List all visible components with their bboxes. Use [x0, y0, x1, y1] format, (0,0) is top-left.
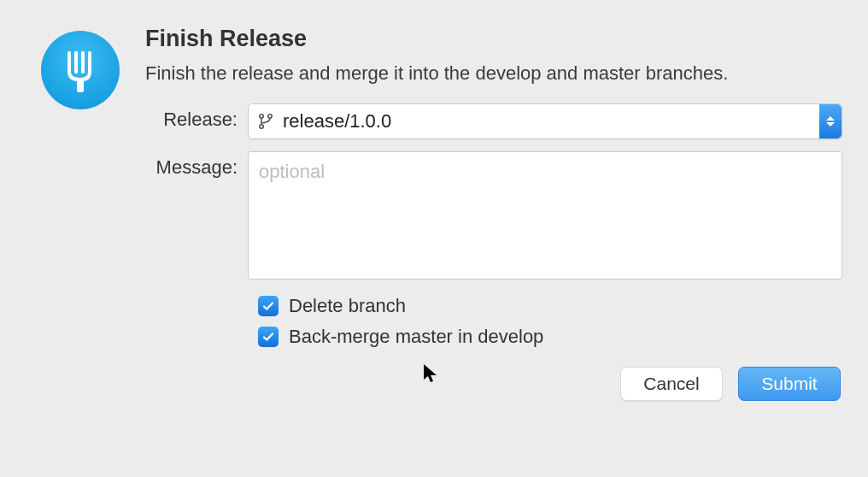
svg-point-4 — [260, 115, 263, 118]
branch-icon — [257, 113, 274, 130]
button-row: Cancel Submit — [145, 367, 842, 401]
message-row: Message: — [145, 151, 842, 283]
svg-rect-1 — [74, 51, 78, 74]
dialog-subtitle: Finish the release and merge it into the… — [145, 62, 842, 85]
content-column: Finish Release Finish the release and me… — [145, 26, 842, 401]
checkbox-checked-icon — [258, 296, 279, 316]
message-label: Message: — [145, 151, 248, 179]
release-row: Release: re — [145, 103, 842, 139]
release-select[interactable]: release/1.0.0 — [248, 103, 842, 139]
dialog-title: Finish Release — [145, 26, 842, 52]
svg-point-6 — [260, 125, 263, 128]
delete-branch-label: Delete branch — [289, 295, 406, 317]
message-textarea[interactable] — [248, 151, 842, 280]
svg-rect-3 — [88, 51, 91, 74]
finish-release-dialog: Finish Release Finish the release and me… — [0, 0, 868, 418]
svg-point-5 — [268, 115, 272, 118]
release-value: release/1.0.0 — [283, 110, 819, 132]
checkbox-checked-icon — [258, 327, 279, 347]
submit-button[interactable]: Submit — [738, 367, 841, 401]
icon-column — [26, 26, 145, 401]
svg-rect-2 — [81, 51, 85, 74]
cancel-button[interactable]: Cancel — [620, 367, 723, 401]
back-merge-checkbox-row[interactable]: Back-merge master in develop — [258, 326, 842, 348]
chevron-updown-icon — [819, 104, 842, 138]
svg-rect-0 — [67, 51, 71, 74]
release-label: Release: — [145, 103, 248, 131]
back-merge-label: Back-merge master in develop — [289, 326, 543, 348]
fork-app-icon — [41, 31, 120, 109]
delete-branch-checkbox-row[interactable]: Delete branch — [258, 295, 842, 317]
